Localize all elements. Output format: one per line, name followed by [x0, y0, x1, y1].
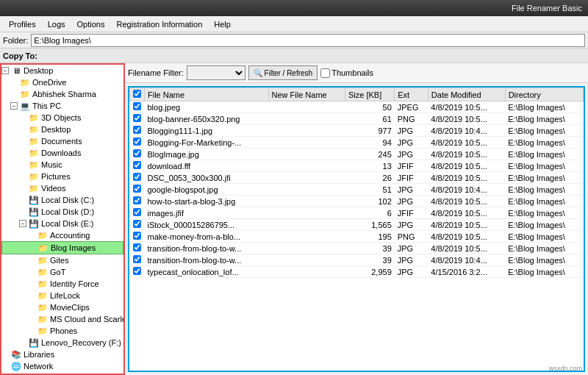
file-name-cell: transition-from-blog-to-w...	[145, 254, 269, 266]
table-row[interactable]: typecast_onlocation_lof...2,959JPG4/15/2…	[130, 266, 584, 278]
folder-label: Folder:	[3, 36, 28, 45]
menu-profiles[interactable]: Profiles	[3, 18, 42, 30]
table-row[interactable]: transition-from-blog-to-w...39JPG4/8/201…	[130, 243, 584, 254]
row-checkbox-cell[interactable]	[130, 219, 145, 231]
tree-item-blogimages[interactable]: 📁Blog Images	[1, 241, 123, 254]
table-header-4[interactable]: Ext	[395, 88, 429, 101]
table-header-6[interactable]: Directory	[505, 88, 583, 101]
tree-item-gites[interactable]: 📁Gites	[1, 254, 123, 266]
tree-item-libraries[interactable]: 📚Libraries	[1, 349, 123, 360]
size-cell: 51	[345, 184, 394, 196]
tree-item-network[interactable]: 🌐Network	[1, 360, 123, 372]
row-checkbox-cell[interactable]	[130, 254, 145, 266]
tree-item-thispc[interactable]: −💻This PC	[1, 100, 123, 112]
tree-item-identityforce[interactable]: 📁Identity Force	[1, 278, 123, 290]
row-checkbox[interactable]	[133, 149, 141, 157]
row-checkbox-cell[interactable]	[130, 101, 145, 113]
row-checkbox-cell[interactable]	[130, 137, 145, 149]
row-checkbox[interactable]	[133, 161, 141, 169]
table-header-2[interactable]: New File Name	[268, 88, 345, 101]
tree-item-got[interactable]: 📁GoT	[1, 266, 123, 278]
table-row[interactable]: Blogging-For-Marketing-...94JPG4/8/2019 …	[130, 137, 584, 149]
folder-input[interactable]	[31, 34, 585, 47]
table-row[interactable]: Blogging111-1.jpg977JPG4/8/2019 10:4...E…	[130, 125, 584, 137]
row-checkbox[interactable]	[133, 267, 141, 275]
row-checkbox-cell[interactable]	[130, 196, 145, 207]
filter-select[interactable]	[187, 65, 245, 80]
row-checkbox-cell[interactable]	[130, 149, 145, 160]
row-checkbox-cell[interactable]	[130, 231, 145, 243]
row-checkbox[interactable]	[133, 126, 141, 134]
thumbnails-checkbox-label[interactable]: Thumbnails	[320, 68, 373, 78]
row-checkbox[interactable]	[133, 220, 141, 228]
tree-item-accounting[interactable]: 📁Accounting	[1, 229, 123, 241]
menu-registration[interactable]: Registration Information	[110, 18, 208, 30]
row-checkbox[interactable]	[133, 102, 141, 110]
tree-item-pictures[interactable]: 📁Pictures	[1, 171, 123, 182]
table-row[interactable]: BlogImage.jpg245JPG4/8/2019 10:5...E:\Bl…	[130, 149, 584, 160]
table-row[interactable]: iStock_000015286795...1,565JPG4/8/2019 1…	[130, 219, 584, 231]
table-row[interactable]: google-blogspot.jpg51JPG4/8/2019 10:4...…	[130, 184, 584, 196]
select-all-checkbox[interactable]	[133, 90, 141, 98]
row-checkbox-cell[interactable]	[130, 266, 145, 278]
filter-refresh-button[interactable]: 🔍 Filter / Refresh	[248, 65, 318, 80]
tree-item-onedrive[interactable]: 📁OneDrive	[1, 76, 123, 88]
expand-btn[interactable]: −	[10, 102, 18, 110]
table-header-5[interactable]: Date Modified	[428, 88, 505, 101]
tree-item-phones[interactable]: 📁Phones	[1, 325, 123, 337]
table-row[interactable]: download.fff13JFIF4/8/2019 10:5...E:\Blo…	[130, 160, 584, 172]
tree-item-mscloud[interactable]: 📁MS Cloud and Scarlett	[1, 313, 123, 325]
tree-item-videos[interactable]: 📁Videos	[1, 182, 123, 194]
table-row[interactable]: how-to-start-a-blog-3.jpg102JPG4/8/2019 …	[130, 196, 584, 207]
row-checkbox[interactable]	[133, 243, 141, 251]
thumbnails-checkbox[interactable]	[320, 68, 330, 78]
folder-icon: 📁	[37, 230, 49, 240]
row-checkbox-cell[interactable]	[130, 113, 145, 125]
expand-spacer	[19, 114, 26, 121]
row-checkbox[interactable]	[133, 114, 141, 122]
row-checkbox[interactable]	[133, 208, 141, 216]
row-checkbox[interactable]	[133, 185, 141, 193]
table-row[interactable]: blog.jpeg50JPEG4/8/2019 10:5...E:\Blog I…	[130, 101, 584, 113]
menu-logs[interactable]: Logs	[42, 18, 71, 30]
table-header-3[interactable]: Size [KB]	[345, 88, 394, 101]
table-row[interactable]: DSC_0053_300x300.jfi26JFIF4/8/2019 10:5.…	[130, 172, 584, 184]
tree-item-movieclips[interactable]: 📁MovieClips	[1, 301, 123, 313]
folder-icon: 📁	[37, 267, 49, 277]
expand-btn[interactable]: −	[19, 220, 26, 227]
tree-item-lenovorecovery[interactable]: 💾Lenovo_Recovery (F:)	[1, 337, 123, 349]
table-row[interactable]: images.jfif6JFIF4/8/2019 10:5...E:\Blog …	[130, 207, 584, 219]
date-modified-cell: 4/8/2019 10:5...	[428, 113, 505, 125]
expand-btn[interactable]: −	[1, 67, 9, 74]
row-checkbox[interactable]	[133, 196, 141, 204]
tree-item-music[interactable]: 📁Music	[1, 159, 123, 171]
row-checkbox-cell[interactable]	[130, 243, 145, 254]
tree-item-lifelock[interactable]: 📁LifeLock	[1, 290, 123, 301]
tree-item-3dobjects[interactable]: 📁3D Objects	[1, 112, 123, 124]
tree-item-locale[interactable]: −💾Local Disk (E:)	[1, 218, 123, 229]
table-header-1[interactable]: File Name	[145, 88, 269, 101]
row-checkbox-cell[interactable]	[130, 207, 145, 219]
tree-item-controlpanel[interactable]: 📁Control Panel	[1, 372, 123, 375]
menu-options[interactable]: Options	[71, 18, 111, 30]
row-checkbox[interactable]	[133, 255, 141, 263]
tree-item-abhishek[interactable]: 📁Abhishek Sharma	[1, 88, 123, 100]
row-checkbox[interactable]	[133, 138, 141, 146]
tree-item-desktop[interactable]: −🖥Desktop	[1, 65, 123, 76]
table-row[interactable]: transition-from-blog-to-w...39JPG4/8/201…	[130, 254, 584, 266]
table-header-0[interactable]	[130, 88, 145, 101]
row-checkbox[interactable]	[133, 173, 141, 181]
row-checkbox-cell[interactable]	[130, 184, 145, 196]
row-checkbox-cell[interactable]	[130, 160, 145, 172]
tree-item-documents[interactable]: 📁Documents	[1, 135, 123, 147]
tree-item-downloads[interactable]: 📁Downloads	[1, 147, 123, 159]
tree-item-localc[interactable]: 💾Local Disk (C:)	[1, 194, 123, 206]
table-row[interactable]: make-money-from-a-blo...195PNG4/8/2019 1…	[130, 231, 584, 243]
row-checkbox-cell[interactable]	[130, 125, 145, 137]
table-row[interactable]: blog-banner-650x320.png61PNG4/8/2019 10:…	[130, 113, 584, 125]
tree-item-desktop2[interactable]: 📁Desktop	[1, 124, 123, 135]
menu-help[interactable]: Help	[208, 18, 237, 30]
row-checkbox-cell[interactable]	[130, 172, 145, 184]
tree-item-locald[interactable]: 💾Local Disk (D:)	[1, 206, 123, 218]
row-checkbox[interactable]	[133, 232, 141, 240]
